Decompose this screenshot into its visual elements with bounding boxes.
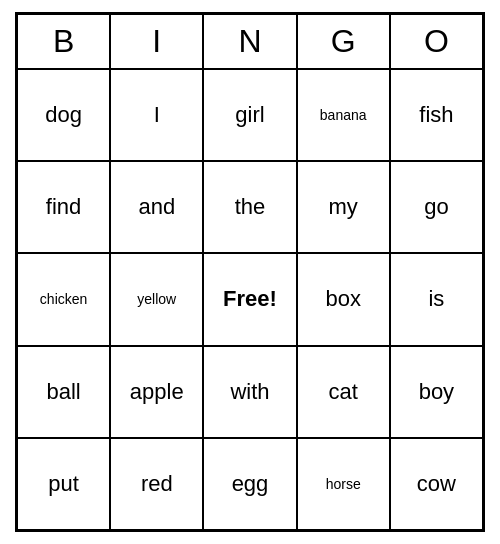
cell-r4c4: cat — [297, 346, 390, 438]
cell-r5c3: egg — [203, 438, 296, 530]
cell-r4c1: ball — [17, 346, 110, 438]
cell-r1c4: banana — [297, 69, 390, 161]
cell-r1c5: fish — [390, 69, 483, 161]
cell-r2c5: go — [390, 161, 483, 253]
header-g: G — [297, 14, 390, 69]
cell-r5c1: put — [17, 438, 110, 530]
header-o: O — [390, 14, 483, 69]
cell-r5c5: cow — [390, 438, 483, 530]
cell-r2c1: find — [17, 161, 110, 253]
header-n: N — [203, 14, 296, 69]
cell-r5c4: horse — [297, 438, 390, 530]
cell-r4c3: with — [203, 346, 296, 438]
cell-r4c2: apple — [110, 346, 203, 438]
cell-r3c2: yellow — [110, 253, 203, 345]
cell-r2c2: and — [110, 161, 203, 253]
cell-r2c3: the — [203, 161, 296, 253]
cell-r5c2: red — [110, 438, 203, 530]
cell-free: Free! — [203, 253, 296, 345]
cell-r1c1: dog — [17, 69, 110, 161]
cell-r3c1: chicken — [17, 253, 110, 345]
cell-r3c5: is — [390, 253, 483, 345]
cell-r3c4: box — [297, 253, 390, 345]
cell-r1c2: I — [110, 69, 203, 161]
cell-r2c4: my — [297, 161, 390, 253]
cell-r1c3: girl — [203, 69, 296, 161]
cell-r4c5: boy — [390, 346, 483, 438]
header-b: B — [17, 14, 110, 69]
bingo-card: B I N G O dog I girl banana fish find an… — [15, 12, 485, 532]
header-i: I — [110, 14, 203, 69]
